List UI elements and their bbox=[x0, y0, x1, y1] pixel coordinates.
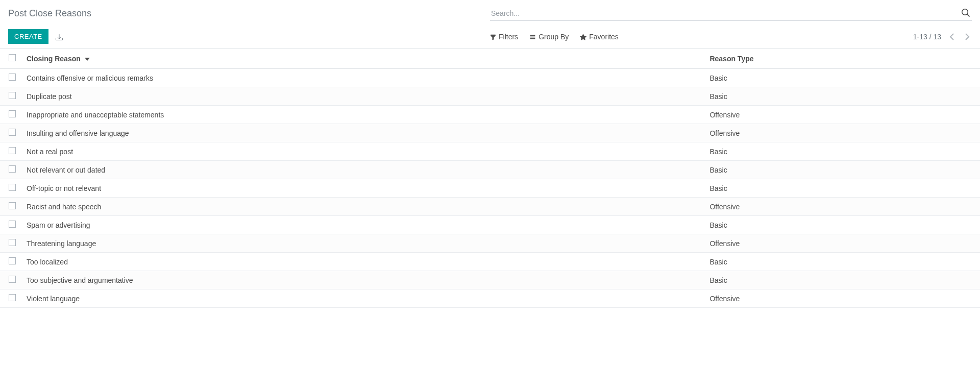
caret-down-icon bbox=[85, 55, 90, 63]
filter-icon bbox=[490, 33, 496, 41]
favorites-label: Favorites bbox=[589, 33, 619, 41]
table-row[interactable]: Not a real postBasic bbox=[0, 142, 980, 161]
column-header-reason-type[interactable]: Reason Type bbox=[705, 48, 980, 69]
favorites-button[interactable]: Favorites bbox=[580, 33, 619, 41]
cell-closing-reason: Threatening language bbox=[22, 234, 705, 253]
download-icon[interactable] bbox=[56, 32, 63, 41]
page-title: Post Close Reasons bbox=[8, 6, 91, 19]
search-input[interactable] bbox=[490, 6, 972, 21]
table-row[interactable]: Threatening languageOffensive bbox=[0, 234, 980, 253]
close-reasons-table: Closing Reason Reason Type Contains offe… bbox=[0, 48, 980, 308]
cell-reason-type: Offensive bbox=[705, 198, 980, 216]
cell-closing-reason: Contains offensive or malicious remarks bbox=[22, 69, 705, 87]
select-all-checkbox[interactable] bbox=[9, 54, 16, 61]
pager-prev-button[interactable] bbox=[947, 31, 957, 42]
groupby-button[interactable]: Group By bbox=[529, 33, 569, 41]
table-row[interactable]: Inappropriate and unacceptable statement… bbox=[0, 106, 980, 124]
row-checkbox[interactable] bbox=[9, 165, 16, 173]
cell-closing-reason: Duplicate post bbox=[22, 87, 705, 106]
cell-reason-type: Basic bbox=[705, 253, 980, 271]
row-checkbox[interactable] bbox=[9, 221, 16, 228]
table-row[interactable]: Insulting and offensive languageOffensiv… bbox=[0, 124, 980, 142]
row-checkbox[interactable] bbox=[9, 110, 16, 117]
table-row[interactable]: Spam or advertisingBasic bbox=[0, 216, 980, 234]
star-icon bbox=[580, 33, 586, 41]
table-row[interactable]: Contains offensive or malicious remarksB… bbox=[0, 69, 980, 87]
list-icon bbox=[529, 33, 536, 41]
table-row[interactable]: Violent languageOffensive bbox=[0, 289, 980, 308]
cell-closing-reason: Too subjective and argumentative bbox=[22, 271, 705, 289]
row-checkbox[interactable] bbox=[9, 92, 16, 99]
cell-closing-reason: Not a real post bbox=[22, 142, 705, 161]
row-checkbox[interactable] bbox=[9, 239, 16, 246]
row-checkbox[interactable] bbox=[9, 202, 16, 209]
cell-reason-type: Offensive bbox=[705, 106, 980, 124]
table-row[interactable]: Too localizedBasic bbox=[0, 253, 980, 271]
pager-next-button[interactable] bbox=[963, 31, 972, 42]
filters-button[interactable]: Filters bbox=[490, 33, 518, 41]
cell-closing-reason: Violent language bbox=[22, 289, 705, 308]
cell-reason-type: Basic bbox=[705, 271, 980, 289]
pager-range: 1-13 / 13 bbox=[913, 33, 941, 41]
cell-reason-type: Basic bbox=[705, 87, 980, 106]
row-checkbox[interactable] bbox=[9, 294, 16, 301]
row-checkbox[interactable] bbox=[9, 129, 16, 136]
cell-closing-reason: Insulting and offensive language bbox=[22, 124, 705, 142]
table-row[interactable]: Off-topic or not relevantBasic bbox=[0, 179, 980, 198]
groupby-label: Group By bbox=[538, 33, 569, 41]
cell-reason-type: Offensive bbox=[705, 234, 980, 253]
row-checkbox[interactable] bbox=[9, 74, 16, 81]
create-button[interactable]: Create bbox=[8, 29, 48, 44]
table-row[interactable]: Duplicate postBasic bbox=[0, 87, 980, 106]
search-container bbox=[490, 6, 972, 21]
cell-reason-type: Basic bbox=[705, 216, 980, 234]
cell-reason-type: Basic bbox=[705, 69, 980, 87]
column-header-closing-reason[interactable]: Closing Reason bbox=[22, 48, 705, 69]
table-row[interactable]: Racist and hate speechOffensive bbox=[0, 198, 980, 216]
row-checkbox[interactable] bbox=[9, 147, 16, 154]
cell-reason-type: Basic bbox=[705, 179, 980, 198]
row-checkbox[interactable] bbox=[9, 184, 16, 191]
table-row[interactable]: Not relevant or out datedBasic bbox=[0, 161, 980, 179]
cell-closing-reason: Inappropriate and unacceptable statement… bbox=[22, 106, 705, 124]
cell-closing-reason: Off-topic or not relevant bbox=[22, 179, 705, 198]
cell-reason-type: Offensive bbox=[705, 124, 980, 142]
cell-reason-type: Basic bbox=[705, 161, 980, 179]
cell-closing-reason: Spam or advertising bbox=[22, 216, 705, 234]
row-checkbox[interactable] bbox=[9, 257, 16, 264]
search-icon[interactable] bbox=[962, 8, 970, 17]
table-row[interactable]: Too subjective and argumentativeBasic bbox=[0, 271, 980, 289]
row-checkbox[interactable] bbox=[9, 276, 16, 283]
cell-closing-reason: Racist and hate speech bbox=[22, 198, 705, 216]
cell-closing-reason: Not relevant or out dated bbox=[22, 161, 705, 179]
filters-label: Filters bbox=[499, 33, 518, 41]
cell-reason-type: Basic bbox=[705, 142, 980, 161]
cell-closing-reason: Too localized bbox=[22, 253, 705, 271]
cell-reason-type: Offensive bbox=[705, 289, 980, 308]
